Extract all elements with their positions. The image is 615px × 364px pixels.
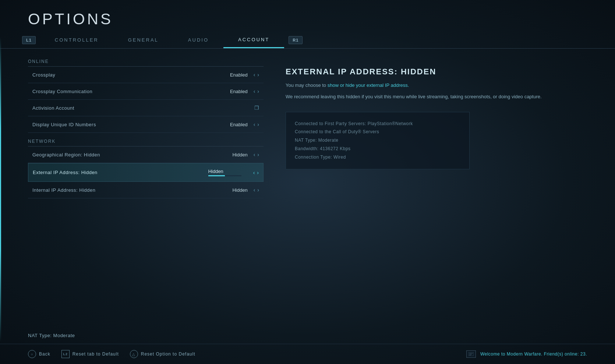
setting-display-unique-id[interactable]: Display Unique ID Numbers Enabled ‹ › (28, 116, 264, 133)
setting-crossplay[interactable]: Crossplay Enabled ‹ › (28, 67, 264, 83)
arrow-right[interactable]: › (257, 88, 259, 94)
arrow-left[interactable]: ‹ (254, 187, 255, 193)
footer-left: ○ Back L2 Reset tab to Default △ Reset O… (28, 350, 195, 358)
left-accent (0, 37, 1, 342)
external-ip-arrows: ‹ › (253, 170, 259, 176)
footer: ○ Back L2 Reset tab to Default △ Reset O… (0, 344, 615, 364)
arrow-right[interactable]: › (257, 121, 259, 127)
status-line-3: Bandwidth: 4136272 Kbps (295, 145, 460, 153)
left-panel: Online Crossplay Enabled ‹ › Crossplay C… (28, 56, 264, 344)
arrow-right[interactable]: › (257, 152, 259, 158)
footer-message: Welcome to Modern Warfare. Friend(s) onl… (480, 351, 587, 357)
external-ip-value-bar: Hidden (208, 169, 241, 176)
status-line-1: Connected to the Call of Duty® Servers (295, 128, 460, 136)
right-panel: EXTERNAL IP ADDRESS: HIDDEN You may choo… (286, 56, 587, 344)
unique-id-arrows: ‹ › (254, 121, 259, 127)
arrow-left-active[interactable]: ‹ (253, 170, 255, 176)
page-title: OPTIONS (28, 10, 587, 28)
tab-audio[interactable]: AUDIO (173, 32, 223, 48)
crossplay-comm-arrows: ‹ › (254, 88, 259, 94)
nat-type-footer: NAT Type: Moderate (28, 333, 75, 338)
external-link-icon: ❐ (254, 105, 259, 111)
header: OPTIONS (0, 0, 615, 28)
internal-ip-arrows: ‹ › (254, 187, 259, 193)
arrow-right[interactable]: › (257, 72, 259, 78)
status-line-4: Connection Type: Wired (295, 153, 460, 162)
section-label-network: Network (28, 136, 264, 146)
status-box: Connected to First Party Servers: PlaySt… (286, 112, 470, 169)
setting-crossplay-comm[interactable]: Crossplay Communication Enabled ‹ › (28, 83, 264, 100)
arrow-left[interactable]: ‹ (254, 88, 255, 94)
setting-internal-ip[interactable]: Internal IP Address: Hidden Hidden ‹ › (28, 182, 264, 198)
value-progress-bar (208, 175, 241, 176)
main-content: Online Crossplay Enabled ‹ › Crossplay C… (0, 49, 615, 344)
section-label-online: Online (28, 56, 264, 67)
setting-external-ip[interactable]: External IP Address: Hidden Hidden ‹ › (28, 163, 264, 182)
arrow-left[interactable]: ‹ (254, 152, 255, 158)
detail-desc-2: We recommend leaving this hidden if you … (286, 93, 587, 101)
friends-online-count: 23. (580, 351, 587, 357)
back-button[interactable]: ○ Back (28, 350, 50, 358)
status-line-2: NAT Type: Moderate (295, 136, 460, 145)
footer-right: Welcome to Modern Warfare. Friend(s) onl… (466, 350, 587, 358)
back-icon: ○ (28, 350, 36, 358)
geo-region-arrows: ‹ › (254, 152, 259, 158)
trigger-left[interactable]: L1 (22, 36, 36, 44)
tabs-bar: L1 CONTROLLER GENERAL AUDIO ACCOUNT R1 (0, 32, 615, 49)
trigger-right[interactable]: R1 (289, 36, 303, 44)
setting-geo-region[interactable]: Geographical Region: Hidden Hidden ‹ › (28, 146, 264, 163)
detail-link[interactable]: show or hide your external IP address. (328, 82, 409, 88)
detail-desc-1: You may choose to show or hide your exte… (286, 82, 587, 89)
reset-tab-button[interactable]: L2 Reset tab to Default (61, 350, 119, 358)
reset-option-icon: △ (130, 350, 138, 358)
tab-general[interactable]: GENERAL (113, 32, 173, 48)
tab-controller[interactable]: CONTROLLER (40, 32, 113, 48)
arrow-left[interactable]: ‹ (254, 72, 255, 78)
tab-account[interactable]: ACCOUNT (223, 32, 284, 48)
progress-fill (208, 175, 225, 176)
setting-activision-account[interactable]: Activision Account ❐ (28, 100, 264, 116)
chat-icon (466, 350, 476, 358)
detail-title: EXTERNAL IP ADDRESS: HIDDEN (286, 67, 587, 77)
crossplay-arrows: ‹ › (254, 72, 259, 78)
arrow-left[interactable]: ‹ (254, 121, 255, 127)
reset-tab-icon: L2 (61, 350, 70, 358)
arrow-right[interactable]: › (257, 187, 259, 193)
status-line-0: Connected to First Party Servers: PlaySt… (295, 120, 460, 128)
reset-option-button[interactable]: △ Reset Option to Default (130, 350, 195, 358)
arrow-right-active[interactable]: › (257, 170, 259, 176)
